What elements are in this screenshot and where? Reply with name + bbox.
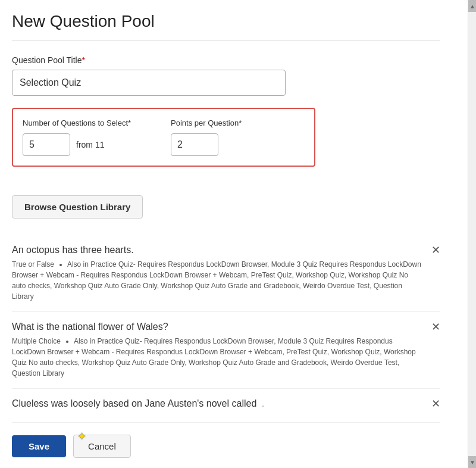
title-field-label: Question Pool Title* — [12, 55, 440, 65]
num-questions-row: from 11 — [23, 133, 156, 156]
form-section: Question Pool Title* Number of Questions… — [12, 55, 440, 458]
scroll-down-button[interactable]: ▼ — [468, 456, 476, 468]
question-item: What is the national flower of Wales? Mu… — [12, 312, 440, 389]
browse-question-library-button[interactable]: Browse Question Library — [12, 195, 143, 219]
save-button[interactable]: Save — [12, 435, 66, 457]
dot-separator — [60, 264, 62, 266]
points-section: Points per Question* — [156, 118, 305, 156]
remove-question-1-button[interactable]: ✕ — [431, 322, 440, 332]
scroll-up-button[interactable]: ▲ — [468, 0, 476, 12]
question-select-box: Number of Questions to Select* from 11 P… — [12, 108, 315, 167]
page-title: New Question Pool — [12, 12, 440, 41]
points-input[interactable] — [171, 133, 218, 156]
scrollbar-track: ▲ ▼ — [468, 0, 476, 468]
remove-question-2-button[interactable]: ✕ — [431, 398, 440, 409]
question-item: An octopus has three hearts. True or Fal… — [12, 235, 440, 312]
questions-list: An octopus has three hearts. True or Fal… — [12, 235, 440, 423]
num-questions-label: Number of Questions to Select* — [23, 118, 156, 127]
question-title: What is the national flower of Wales? — [12, 322, 422, 332]
question-title: An octopus has three hearts. — [12, 245, 422, 255]
question-item: Clueless was loosely based on Jane Auste… — [12, 389, 440, 423]
from-text: from 11 — [76, 140, 104, 149]
remove-question-0-button[interactable]: ✕ — [431, 245, 440, 255]
cancel-button[interactable]: Cancel — [73, 435, 131, 458]
question-title: Clueless was loosely based on Jane Auste… — [12, 398, 422, 409]
question-meta: Multiple Choice Also in Practice Quiz- R… — [12, 336, 422, 379]
num-questions-input[interactable] — [23, 133, 70, 156]
dot-separator — [66, 341, 68, 343]
question-meta: True or False Also in Practice Quiz- Req… — [12, 259, 422, 302]
points-label: Points per Question* — [171, 118, 305, 127]
num-questions-section: Number of Questions to Select* from 11 — [23, 118, 156, 156]
footer-buttons: Save Cancel — [12, 435, 440, 458]
page-container: New Question Pool Question Pool Title* N… — [0, 0, 464, 468]
title-input[interactable] — [12, 70, 286, 96]
